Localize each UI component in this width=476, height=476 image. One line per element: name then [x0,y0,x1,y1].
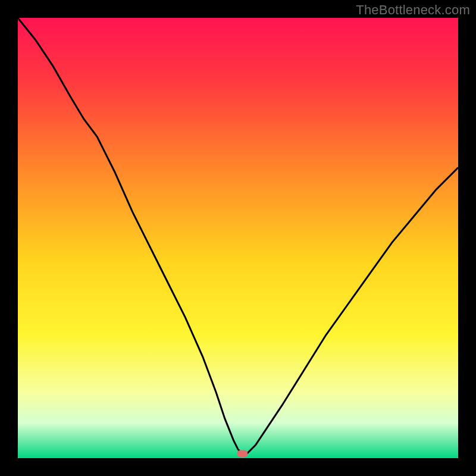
current-position-marker [237,450,248,458]
chart-background [18,18,458,458]
chart-frame: TheBottleneck.com [0,0,476,476]
watermark-text: TheBottleneck.com [356,2,470,18]
chart-svg [18,18,458,458]
plot-area [18,18,458,458]
